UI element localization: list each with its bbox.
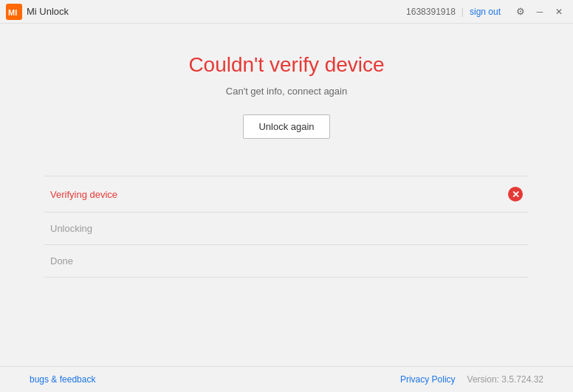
- step-done: Done: [44, 245, 529, 278]
- version-label: Version: 3.5.724.32: [467, 374, 543, 385]
- title-bar-controls: ⚙ ─ ✕: [512, 4, 567, 20]
- settings-button[interactable]: ⚙: [512, 4, 529, 20]
- step-done-label: Done: [50, 255, 73, 267]
- error-subtitle: Can't get info, connect again: [226, 86, 347, 97]
- sign-out-link[interactable]: sign out: [470, 7, 501, 17]
- step-verifying-label: Verifying device: [50, 189, 117, 200]
- title-bar-right: 1638391918 | sign out ⚙ ─ ✕: [406, 4, 567, 20]
- error-x-icon: ✕: [512, 189, 520, 200]
- title-bar: MI Mi Unlock 1638391918 | sign out ⚙ ─ ✕: [0, 0, 573, 24]
- footer: bugs & feedback Privacy Policy Version: …: [0, 366, 573, 392]
- error-title: Couldn't verify device: [188, 53, 384, 77]
- main-content: Couldn't verify device Can't get info, c…: [0, 24, 573, 366]
- bugs-feedback-link[interactable]: bugs & feedback: [30, 374, 95, 385]
- step-unlocking: Unlocking: [44, 213, 529, 245]
- minimize-button[interactable]: ─: [532, 4, 548, 20]
- step-verifying: Verifying device ✕: [44, 176, 529, 213]
- steps-section: Verifying device ✕ Unlocking Done: [15, 176, 558, 278]
- mi-logo-icon: MI: [6, 4, 22, 20]
- step-error-icon: ✕: [508, 187, 523, 202]
- divider: |: [462, 7, 464, 17]
- footer-right: Privacy Policy Version: 3.5.724.32: [400, 374, 543, 385]
- step-unlocking-label: Unlocking: [50, 223, 92, 234]
- unlock-again-button[interactable]: Unlock again: [243, 114, 329, 139]
- svg-text:MI: MI: [8, 8, 17, 17]
- app-title: Mi Unlock: [27, 6, 69, 17]
- title-bar-left: MI Mi Unlock: [6, 4, 69, 20]
- account-id: 1638391918: [406, 7, 456, 17]
- privacy-policy-link[interactable]: Privacy Policy: [400, 374, 456, 385]
- close-button[interactable]: ✕: [551, 4, 567, 20]
